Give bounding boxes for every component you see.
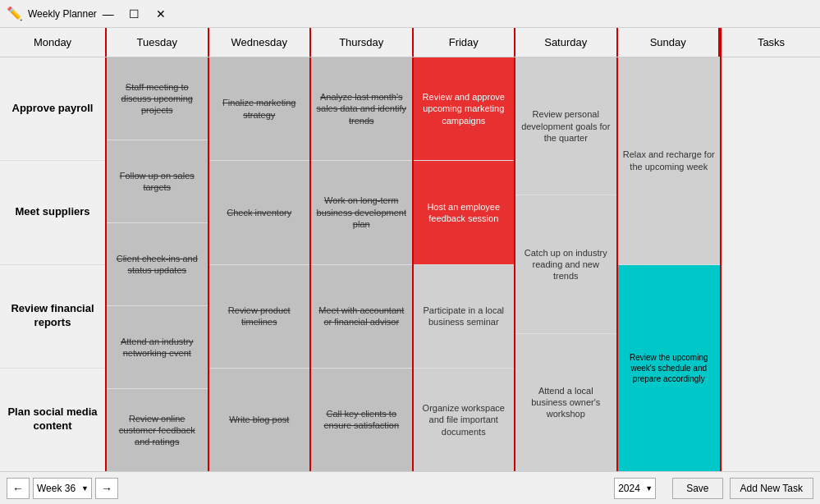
list-item[interactable]: Write blog post: [209, 369, 310, 471]
sunday-col: Relax and recharge for the upcoming week…: [618, 57, 721, 471]
list-item[interactable]: Approve payroll: [0, 57, 105, 161]
monday-header: Monday: [0, 28, 107, 57]
maximize-button[interactable]: ☐: [123, 2, 146, 25]
week-navigation: ← Week 36 →: [7, 478, 118, 499]
list-item[interactable]: Participate in a local business seminar: [414, 265, 515, 369]
list-item[interactable]: Meet with accountant or financial adviso…: [311, 265, 412, 369]
list-item[interactable]: Work on long-term business development p…: [311, 161, 412, 264]
year-select[interactable]: 2024: [614, 478, 656, 499]
tuesday-header: Tuesday: [107, 28, 209, 57]
week-select[interactable]: Week 36: [33, 478, 92, 499]
list-item[interactable]: Review personal development goals for th…: [515, 57, 616, 195]
list-item[interactable]: Review product timelines: [209, 265, 310, 369]
next-week-button[interactable]: →: [95, 478, 118, 499]
bottom-bar: ← Week 36 → 2024 Save Add New Task: [0, 471, 820, 504]
tasks-panel: Tasks: [722, 28, 820, 471]
list-item[interactable]: Plan social media content: [0, 369, 105, 471]
friday-header: Friday: [414, 28, 516, 57]
list-item[interactable]: Staff meeting to discuss upcoming projec…: [107, 57, 208, 140]
app-title: Weekly Planner: [28, 8, 97, 20]
list-item[interactable]: Review online customer feedback and rati…: [107, 389, 208, 471]
tasks-body: [722, 57, 820, 471]
list-item[interactable]: Check inventory: [209, 161, 310, 264]
sunday-header: Sunday: [618, 28, 721, 57]
header-row: Monday Tuesday Wednesday Thursday Friday…: [0, 28, 720, 57]
list-item[interactable]: Meet suppliers: [0, 161, 105, 264]
thursday-header: Thursday: [311, 28, 414, 57]
list-item[interactable]: Review and approve upcoming marketing ca…: [414, 57, 515, 161]
list-item[interactable]: Catch up on industry reading and new tre…: [515, 195, 616, 333]
saturday-col: Review personal development goals for th…: [515, 57, 618, 471]
app-icon: ✏️: [7, 6, 23, 21]
minimize-button[interactable]: —: [97, 2, 120, 25]
tuesday-col: Staff meeting to discuss upcoming projec…: [107, 57, 209, 471]
grid-body: Approve payroll Meet suppliers Review fi…: [0, 57, 720, 471]
saturday-header: Saturday: [515, 28, 618, 57]
calendar-grid: Monday Tuesday Wednesday Thursday Friday…: [0, 28, 722, 471]
save-button[interactable]: Save: [672, 478, 722, 499]
list-item[interactable]: Attend an industry networking event: [107, 306, 208, 389]
add-task-button[interactable]: Add New Task: [730, 478, 813, 499]
tasks-header: Tasks: [722, 28, 820, 57]
wednesday-col: Finalize marketing strategy Check invent…: [209, 57, 312, 471]
year-select-wrapper: 2024: [614, 478, 656, 499]
list-item[interactable]: Follow up on sales targets: [107, 140, 208, 223]
title-bar: ✏️ Weekly Planner — ☐ ✕: [0, 0, 820, 28]
list-item[interactable]: Review financial reports: [0, 265, 105, 369]
prev-week-button[interactable]: ←: [7, 478, 30, 499]
list-item[interactable]: Host an employee feedback session: [414, 161, 515, 264]
close-button[interactable]: ✕: [149, 2, 172, 25]
list-item[interactable]: Finalize marketing strategy: [209, 57, 310, 161]
list-item[interactable]: Client check-ins and status updates: [107, 223, 208, 306]
list-item[interactable]: Analyze last month's sales data and iden…: [311, 57, 412, 161]
list-item[interactable]: Relax and recharge for the upcoming week: [618, 57, 721, 265]
list-item[interactable]: Attend a local business owner's workshop: [515, 334, 616, 471]
monday-col: Approve payroll Meet suppliers Review fi…: [0, 57, 107, 471]
wednesday-header: Wednesday: [209, 28, 312, 57]
list-item[interactable]: Organize workspace and file important do…: [414, 369, 515, 471]
thursday-col: Analyze last month's sales data and iden…: [311, 57, 414, 471]
week-select-wrapper: Week 36: [33, 478, 92, 499]
friday-col: Review and approve upcoming marketing ca…: [414, 57, 516, 471]
list-item[interactable]: Review the upcoming week's schedule and …: [618, 265, 721, 472]
main-content: Monday Tuesday Wednesday Thursday Friday…: [0, 28, 820, 471]
list-item[interactable]: Call key clients to ensure satisfaction: [311, 369, 412, 471]
